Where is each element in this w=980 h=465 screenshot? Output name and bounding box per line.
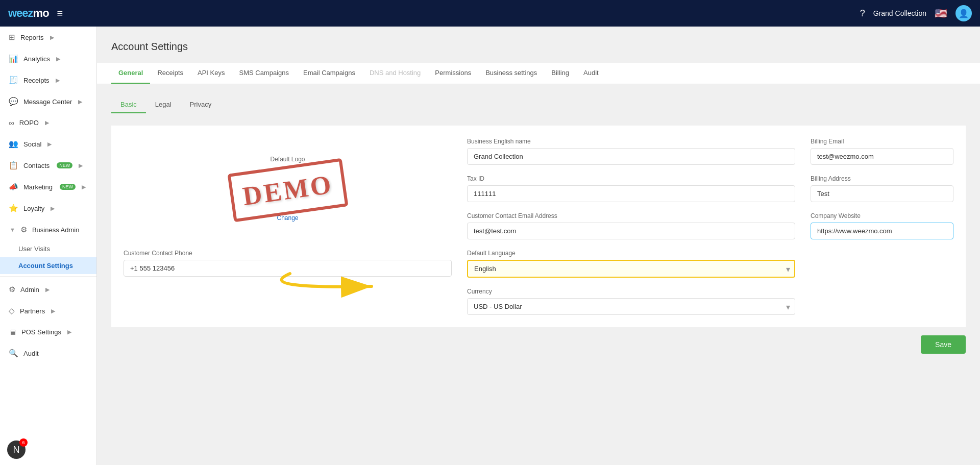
topnav: weezmo ≡ ? Grand Collection 🇺🇸 👤 [0, 0, 980, 27]
tab-business-settings[interactable]: Business settings [478, 63, 544, 84]
sidebar-item-reports[interactable]: ⊞ Reports ▶ [0, 27, 96, 48]
user-avatar[interactable]: 👤 [955, 5, 972, 21]
currency-group: Currency USD - US Dollar [467, 288, 795, 315]
sidebar-item-label: Business Admin [32, 226, 80, 234]
sidebar: ⊞ Reports ▶ 📊 Analytics ▶ 🧾 Receipts ▶ 💬… [0, 27, 97, 465]
business-admin-submenu: User Visits Account Settings [0, 240, 96, 274]
sub-tab-privacy[interactable]: Privacy [181, 96, 221, 113]
sidebar-item-receipts[interactable]: 🧾 Receipts ▶ [0, 69, 96, 91]
tab-sms-campaigns[interactable]: SMS Campaigns [232, 63, 296, 84]
help-icon[interactable]: ? [860, 8, 865, 19]
expand-arrow: ▶ [67, 329, 71, 335]
sidebar-item-label: Partners [20, 307, 45, 315]
sidebar-item-marketing[interactable]: 📣 Marketing NEW ▶ [0, 176, 96, 198]
sidebar-item-label: ROPO [19, 119, 39, 127]
sidebar-item-user-visits[interactable]: User Visits [0, 240, 96, 257]
topnav-right: ? Grand Collection 🇺🇸 👤 [860, 5, 972, 21]
sidebar-item-audit[interactable]: 🔍 Audit [0, 342, 96, 364]
demo-stamp: DEMO [227, 158, 348, 222]
sidebar-item-label: Loyalty [23, 205, 44, 212]
tax-id-input[interactable] [467, 185, 795, 202]
billing-email-label: Billing Email [811, 138, 953, 145]
company-website-label: Company Website [811, 212, 953, 219]
currency-label: Currency [467, 288, 795, 295]
tab-general[interactable]: General [111, 63, 150, 84]
sidebar-item-admin[interactable]: ⚙ Admin ▶ [0, 279, 96, 300]
ropo-icon: ∞ [9, 118, 14, 127]
receipts-icon: 🧾 [9, 76, 18, 85]
sidebar-item-pos-settings[interactable]: 🖥 POS Settings ▶ [0, 322, 96, 342]
tab-email-campaigns[interactable]: Email Campaigns [296, 63, 362, 84]
expand-arrow: ▶ [51, 308, 55, 314]
billing-address-input[interactable] [811, 185, 953, 202]
customer-contact-email-label: Customer Contact Email Address [467, 212, 795, 219]
sidebar-item-partners[interactable]: ◇ Partners ▶ [0, 300, 96, 322]
expand-arrow: ▶ [51, 205, 55, 212]
notification-badge: 6 [19, 438, 28, 447]
tab-audit[interactable]: Audit [576, 63, 606, 84]
tab-billing[interactable]: Billing [544, 63, 576, 84]
tab-receipts[interactable]: Receipts [150, 63, 190, 84]
sidebar-item-label: Reports [20, 34, 44, 41]
notification-avatar[interactable]: N 6 [7, 440, 26, 459]
customer-contact-phone-group: Customer Contact Phone [124, 250, 452, 278]
tab-permissions[interactable]: Permissions [428, 63, 478, 84]
save-btn-wrapper: Save [111, 327, 966, 362]
new-badge: NEW [57, 162, 72, 168]
tab-api-keys[interactable]: API Keys [190, 63, 232, 84]
expand-arrow: ▶ [56, 56, 60, 62]
sidebar-item-contacts[interactable]: 📋 Contacts NEW ▶ [0, 155, 96, 176]
sidebar-footer: N 6 [0, 434, 96, 465]
partners-icon: ◇ [9, 306, 15, 315]
currency-select[interactable]: USD - US Dollar [467, 298, 795, 315]
reports-icon: ⊞ [9, 33, 15, 42]
sidebar-item-loyalty[interactable]: ⭐ Loyalty ▶ [0, 198, 96, 219]
sub-tab-basic[interactable]: Basic [111, 96, 146, 113]
company-website-input[interactable] [811, 223, 953, 239]
tabs-bar: General Receipts API Keys SMS Campaigns … [97, 63, 980, 84]
sidebar-item-business-admin[interactable]: ▼ ⚙ Business Admin [0, 219, 96, 240]
contacts-icon: 📋 [9, 161, 18, 170]
expand-arrow: ▶ [79, 162, 83, 169]
expand-arrow: ▶ [56, 77, 60, 84]
default-logo-label: Default Logo [270, 156, 305, 163]
marketing-icon: 📣 [9, 182, 18, 191]
main-layout: ⊞ Reports ▶ 📊 Analytics ▶ 🧾 Receipts ▶ 💬… [0, 27, 980, 465]
sidebar-item-label: Audit [23, 350, 39, 357]
admin-icon: ⚙ [9, 285, 15, 294]
down-arrow: ▼ [10, 227, 15, 233]
default-language-select[interactable]: English [467, 260, 795, 278]
hamburger-menu[interactable]: ≡ [57, 8, 63, 19]
save-button[interactable]: Save [921, 335, 966, 354]
billing-email-input[interactable] [811, 148, 953, 165]
sidebar-item-ropo[interactable]: ∞ ROPO ▶ [0, 112, 96, 133]
message-center-icon: 💬 [9, 97, 18, 106]
audit-icon: 🔍 [9, 349, 18, 358]
billing-address-group: Billing Address [811, 175, 953, 202]
divider [0, 276, 96, 277]
sidebar-item-analytics[interactable]: 📊 Analytics ▶ [0, 48, 96, 69]
sidebar-item-label: Social [23, 140, 41, 148]
flag-icon: 🇺🇸 [935, 7, 947, 19]
tax-id-label: Tax ID [467, 175, 795, 182]
social-icon: 👥 [9, 139, 18, 149]
billing-email-group: Billing Email [811, 138, 953, 165]
sub-tab-legal[interactable]: Legal [146, 96, 181, 113]
logo: weezmo [8, 7, 49, 20]
business-name-label: Business English name [467, 138, 795, 145]
customer-contact-phone-input[interactable] [124, 260, 452, 277]
sidebar-item-social[interactable]: 👥 Social ▶ [0, 133, 96, 155]
pos-icon: 🖥 [9, 328, 16, 336]
sidebar-item-message-center[interactable]: 💬 Message Center ▶ [0, 91, 96, 112]
sidebar-item-label: Admin [20, 286, 39, 293]
sidebar-item-account-settings[interactable]: Account Settings [0, 257, 96, 274]
default-language-label: Default Language [467, 250, 795, 257]
tax-id-group: Tax ID [467, 175, 795, 202]
main-content: Account Settings General Receipts API Ke… [97, 27, 980, 465]
business-name-input[interactable] [467, 148, 795, 165]
sidebar-item-label: Marketing [23, 183, 53, 191]
expand-arrow: ▶ [50, 34, 54, 41]
expand-arrow: ▶ [78, 99, 82, 105]
default-language-select-wrapper: English [467, 260, 795, 278]
customer-contact-email-input[interactable] [467, 223, 795, 239]
